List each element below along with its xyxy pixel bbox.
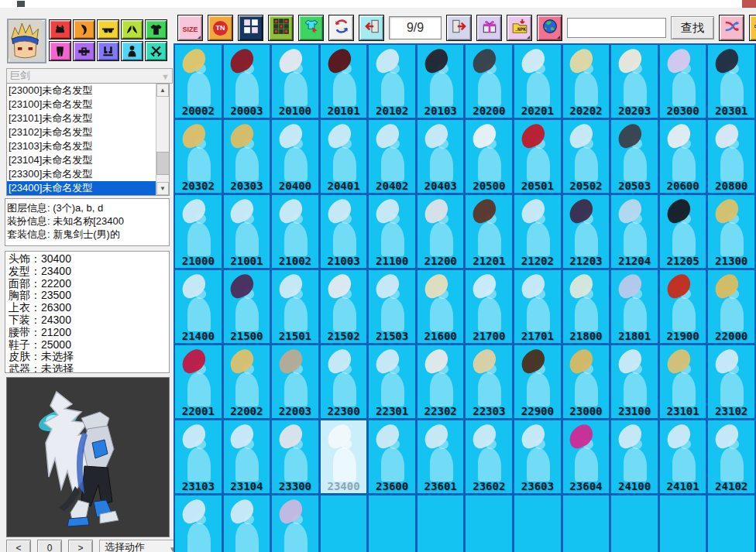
frame-prev-button[interactable]: <	[6, 540, 31, 552]
list-item[interactable]: [23104]未命名发型	[7, 153, 156, 167]
sprite-tile-21500[interactable]: 21500	[224, 270, 270, 343]
sprite-tile-20100[interactable]: 20100	[272, 45, 318, 118]
sprite-tile-22002[interactable]: 22002	[224, 345, 270, 418]
sprite-tile-22300[interactable]: 22300	[321, 345, 367, 418]
sprite-tile-21205[interactable]: 21205	[660, 195, 706, 268]
sprite-tile-20501[interactable]: 20501	[514, 120, 561, 193]
sprite-tile-21400[interactable]: 21400	[175, 270, 222, 343]
toolbar-button-tn[interactable]: TN	[208, 15, 233, 41]
sprite-tile-20003[interactable]: 20003	[224, 45, 270, 118]
toolbar-button-export-shirt[interactable]	[298, 15, 324, 41]
sprite-tile-23103[interactable]: 23103	[175, 420, 222, 493]
sprite-tile-23400[interactable]: 23400	[321, 420, 367, 493]
sprite-tile-23300[interactable]: 23300	[272, 420, 318, 493]
sprite-tile-22302[interactable]: 22302	[418, 345, 464, 418]
search-input[interactable]	[567, 18, 666, 38]
category-button-skin[interactable]	[121, 41, 143, 61]
sprite-tile-24103[interactable]: 24103	[175, 495, 222, 552]
category-button-face[interactable]	[97, 19, 119, 39]
sprite-tile-21000[interactable]: 21000	[175, 195, 222, 268]
sprite-tile-21100[interactable]: 21100	[369, 195, 415, 268]
sprite-tile-21201[interactable]: 21201	[466, 195, 512, 268]
toolbar-button-globe[interactable]	[537, 15, 562, 41]
sprite-tile-20302[interactable]: 20302	[175, 120, 222, 193]
sprite-tile-22003[interactable]: 22003	[272, 345, 318, 418]
sprite-tile-20103[interactable]: 20103	[418, 45, 464, 118]
sprite-tile-20200[interactable]: 20200	[466, 45, 512, 118]
toolbar-button-atlas-grid[interactable]	[268, 15, 294, 41]
sprite-tile-21200[interactable]: 21200	[418, 195, 464, 268]
sprite-tile-20101[interactable]: 20101	[321, 45, 367, 118]
toolbar-button-gear[interactable]	[749, 15, 756, 41]
list-item[interactable]: [23000]未命名发型	[7, 84, 156, 98]
sprite-tile-20002[interactable]: 20002	[175, 45, 222, 118]
sprite-tile-21503[interactable]: 21503	[369, 270, 415, 343]
list-item[interactable]: [23300]未命名发型	[7, 167, 156, 181]
sprite-tile-23104[interactable]: 23104	[224, 420, 270, 493]
sprite-tile-23601[interactable]: 23601	[418, 420, 464, 493]
list-item[interactable]: [23102]未命名发型	[7, 125, 156, 139]
toolbar-button-shuffle[interactable]	[719, 15, 744, 41]
sprite-tile-21501[interactable]: 21501	[272, 270, 318, 343]
category-button-chest[interactable]	[121, 19, 143, 39]
sprite-tile-23000[interactable]: 23000	[563, 345, 610, 418]
weapon-type-dropdown[interactable]: 巨剑 ▼	[6, 68, 173, 84]
sprite-tile-24101[interactable]: 24101	[660, 420, 706, 493]
list-item[interactable]: [23101]未命名发型	[7, 111, 156, 125]
sprite-tile-20303[interactable]: 20303	[224, 120, 270, 193]
sprite-tile-21003[interactable]: 21003	[321, 195, 367, 268]
sprite-tile-21502[interactable]: 21502	[321, 270, 367, 343]
sprite-tile-23101[interactable]: 23101	[660, 345, 706, 418]
close-button[interactable]	[742, 0, 756, 8]
sprite-tile-20102[interactable]: 20102	[369, 45, 415, 118]
sprite-tile-24102[interactable]: 24102	[708, 420, 754, 493]
toolbar-button-sprite-grid[interactable]	[238, 15, 263, 41]
sprite-tile-20500[interactable]: 20500	[466, 120, 512, 193]
sprite-tile-23604[interactable]: 23604	[563, 420, 610, 493]
sprite-tile-22900[interactable]: 22900	[514, 345, 561, 418]
sprite-tile-20400[interactable]: 20400	[272, 120, 318, 193]
sprite-tile-20800[interactable]: 20800	[708, 120, 754, 193]
sprite-tile-21300[interactable]: 21300	[708, 195, 754, 268]
category-button-headgear[interactable]	[49, 19, 71, 39]
sprite-tile-21800[interactable]: 21800	[563, 270, 610, 343]
category-button-weapon[interactable]	[145, 41, 167, 61]
sprite-tile-20502[interactable]: 20502	[563, 120, 610, 193]
sprite-tile-20403[interactable]: 20403	[418, 120, 464, 193]
sprite-tile-21801[interactable]: 21801	[611, 270, 658, 343]
sprite-tile-22303[interactable]: 22303	[466, 345, 512, 418]
sprite-tile-21600[interactable]: 21600	[418, 270, 464, 343]
sprite-tile-21002[interactable]: 21002	[272, 195, 318, 268]
list-item[interactable]: [23100]未命名发型	[7, 98, 156, 111]
category-button-hair[interactable]	[73, 19, 95, 39]
sprite-tile-23600[interactable]: 23600	[369, 420, 415, 493]
category-button-shoes[interactable]	[97, 41, 119, 61]
sprite-tile-20202[interactable]: 20202	[563, 45, 610, 118]
list-item[interactable]: [23400]未命名发型	[7, 181, 156, 195]
toolbar-button-page-prev[interactable]	[359, 15, 384, 41]
sprite-tile-21202[interactable]: 21202	[514, 195, 561, 268]
sprite-tile-21204[interactable]: 21204	[611, 195, 658, 268]
sprite-tile-21001[interactable]: 21001	[224, 195, 270, 268]
category-button-pants[interactable]	[49, 41, 71, 61]
toolbar-button-refresh[interactable]	[328, 15, 354, 41]
category-button-belt[interactable]	[73, 41, 95, 61]
sprite-tile-20402[interactable]: 20402	[369, 120, 415, 193]
sprite-tile-23603[interactable]: 23603	[514, 420, 561, 493]
find-button[interactable]: 查找	[671, 16, 714, 39]
sprite-tile-20300[interactable]: 20300	[660, 45, 706, 118]
toolbar-button-page-next[interactable]	[446, 15, 472, 41]
scroll-thumb[interactable]	[156, 152, 170, 175]
sprite-tile-24100[interactable]: 24100	[611, 420, 658, 493]
sprite-tile-22000[interactable]: 22000	[708, 270, 754, 343]
sprite-tile-22001[interactable]: 22001	[175, 345, 222, 418]
category-button-coat[interactable]	[145, 19, 167, 39]
frame-next-button[interactable]: >	[68, 540, 93, 552]
toolbar-button-size[interactable]: SIZE	[177, 15, 203, 41]
sprite-tile-20201[interactable]: 20201	[514, 45, 561, 118]
sprite-tile-22301[interactable]: 22301	[369, 345, 415, 418]
sprite-tile-24104[interactable]: 24104	[224, 495, 270, 552]
sprite-tile-23100[interactable]: 23100	[611, 345, 658, 418]
sprite-tile-20401[interactable]: 20401	[321, 120, 367, 193]
scroll-down-icon[interactable]: ▼	[156, 182, 169, 195]
